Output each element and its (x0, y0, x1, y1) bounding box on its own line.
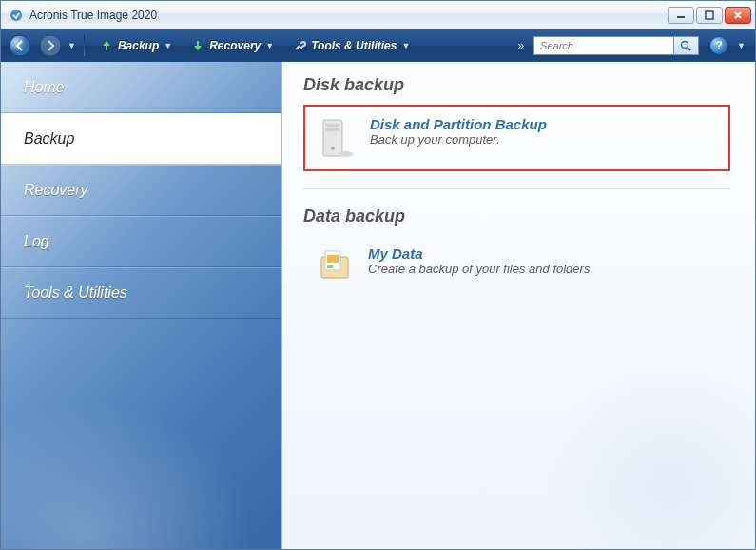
svg-rect-9 (326, 128, 339, 131)
maximize-button[interactable] (696, 7, 723, 24)
section-title-disk-backup: Disk backup (303, 75, 730, 95)
tools-icon (293, 39, 306, 52)
svg-point-5 (682, 41, 688, 48)
toolbar-recovery-label: Recovery (209, 39, 261, 52)
main-content: Disk backup Disk and Partition Backup Ba… (282, 62, 755, 549)
sidebar-item-label: Recovery (24, 182, 88, 199)
sidebar-item-backup[interactable]: Backup (1, 113, 281, 165)
search-input[interactable] (533, 36, 674, 55)
toolbar-backup-menu[interactable]: Backup ▼ (92, 36, 180, 55)
toolbar-tools-menu[interactable]: Tools & Utilities ▼ (285, 36, 417, 55)
card-desc: Create a backup of your files and folder… (368, 262, 593, 276)
sidebar: Home Backup Recovery Log Tools & Utiliti… (1, 62, 282, 549)
sidebar-item-label: Home (24, 79, 65, 96)
titlebar: Acronis True Image 2020 (1, 1, 755, 29)
section-title-data-backup: Data backup (303, 206, 730, 226)
toolbar-recovery-menu[interactable]: Recovery ▼ (184, 36, 281, 55)
svg-point-11 (339, 151, 354, 157)
svg-rect-2 (706, 11, 713, 19)
toolbar-tools-label: Tools & Utilities (311, 39, 397, 52)
card-title: Disk and Partition Backup (370, 116, 547, 132)
sidebar-item-recovery[interactable]: Recovery (1, 165, 281, 216)
app-icon (9, 8, 24, 23)
window-controls (668, 7, 751, 24)
sidebar-item-tools[interactable]: Tools & Utilities (1, 267, 281, 319)
sidebar-item-home[interactable]: Home (1, 62, 281, 113)
chevron-down-icon[interactable]: ▼ (737, 41, 746, 50)
folder-files-icon (315, 246, 355, 289)
chevron-down-icon: ▼ (401, 41, 410, 50)
toolbar: ▼ Backup ▼ Recovery ▼ Tools & Utilities … (1, 29, 755, 62)
chevron-down-icon: ▼ (265, 41, 274, 50)
svg-line-6 (688, 48, 690, 50)
close-button[interactable] (725, 7, 751, 24)
divider (303, 188, 730, 189)
nav-back-button[interactable] (7, 33, 33, 58)
search-button[interactable] (674, 36, 699, 55)
svg-rect-1 (677, 16, 685, 18)
backup-up-icon (100, 39, 113, 52)
card-disk-partition-backup[interactable]: Disk and Partition Backup Back up your c… (303, 105, 730, 171)
toolbar-backup-label: Backup (118, 39, 159, 52)
sidebar-item-label: Tools & Utilities (24, 285, 127, 302)
chevron-down-icon: ▼ (164, 41, 172, 50)
window-title: Acronis True Image 2020 (29, 9, 668, 22)
help-button[interactable]: ? (710, 37, 727, 54)
svg-point-0 (10, 10, 22, 21)
svg-point-10 (331, 147, 335, 150)
svg-rect-14 (327, 255, 339, 263)
card-title: My Data (368, 246, 593, 262)
card-my-data[interactable]: My Data Create a backup of your files an… (303, 236, 730, 299)
tower-icon (317, 116, 357, 160)
recovery-down-icon (191, 39, 204, 52)
toolbar-overflow[interactable]: » (421, 39, 530, 52)
nav-forward-button[interactable] (37, 33, 64, 58)
svg-point-4 (40, 35, 61, 56)
sidebar-item-label: Log (24, 233, 49, 250)
minimize-button[interactable] (668, 7, 694, 24)
nav-history-dropdown-icon[interactable]: ▼ (68, 41, 76, 50)
svg-rect-8 (326, 124, 339, 127)
card-desc: Back up your computer. (370, 132, 547, 147)
search-icon (680, 40, 692, 52)
sidebar-item-log[interactable]: Log (1, 216, 281, 267)
separator (84, 35, 85, 56)
sidebar-item-label: Backup (24, 130, 74, 147)
search-box (533, 36, 699, 55)
svg-point-3 (10, 35, 30, 56)
svg-rect-15 (327, 265, 333, 268)
